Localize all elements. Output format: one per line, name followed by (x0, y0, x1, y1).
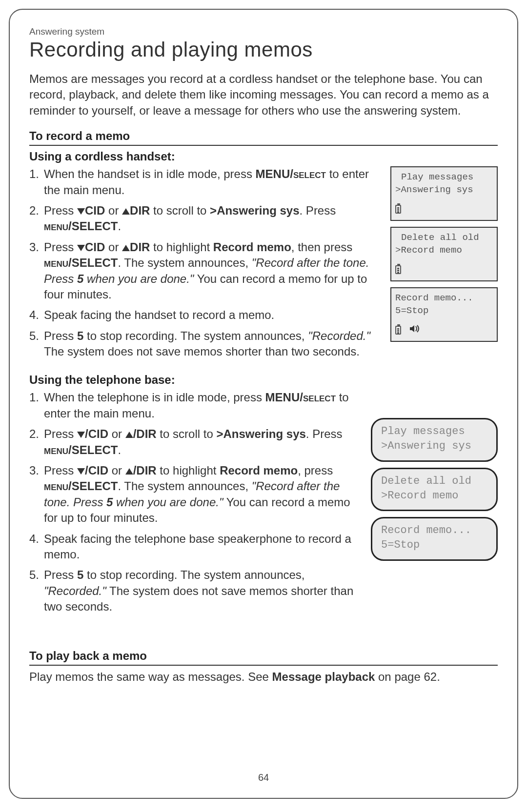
menu-smallcaps: menu (44, 256, 68, 269)
text: to scroll to (157, 427, 217, 440)
base-heading: Using the telephone base: (29, 373, 498, 387)
text: or (108, 464, 125, 477)
message-playback-ref: Message playback (272, 670, 375, 683)
handset-step-2: Press CID or DIR to scroll to >Answering… (29, 203, 382, 235)
select-smallcaps: select (303, 391, 336, 404)
text: on page 62. (375, 670, 440, 683)
handset-step-1: When the handset is in idle mode, press … (29, 166, 382, 198)
menu-label: MENU/ (265, 391, 303, 404)
playback-section: To play back a memo Play memos the same … (29, 649, 498, 685)
base-steps: When the telephone is in idle mode, pres… (29, 390, 362, 614)
text: Press (44, 464, 77, 477)
text: Press (44, 204, 77, 217)
record-memo-label: Record memo (220, 464, 298, 477)
five-label: 5 (77, 568, 83, 581)
lcd-icons (395, 324, 493, 336)
triangle-up-icon (125, 468, 133, 475)
text: . The system announces, (118, 479, 251, 493)
triangle-down-icon (77, 468, 85, 475)
cid-label: CID (85, 240, 105, 254)
lcd-line: >Record memo (381, 489, 487, 503)
answering-sys-label: >Answering sys (210, 204, 299, 217)
lcd-line: 5=Stop (381, 538, 487, 553)
lcd-line: >Record memo (395, 244, 493, 257)
dir-label: /DIR (133, 427, 157, 440)
speaker-icon (409, 324, 420, 336)
battery-icon (395, 326, 401, 335)
lcd-line: Play messages (381, 424, 487, 439)
cid-label: /CID (85, 464, 108, 477)
playback-text: Play memos the same way as messages. See… (29, 669, 498, 685)
handset-columns: When the handset is in idle mode, press … (29, 166, 498, 364)
triangle-down-icon (77, 432, 85, 438)
handset-lcd-3: Record memo... 5=Stop (390, 287, 498, 342)
lcd-line: >Answering sys (395, 184, 493, 197)
triangle-up-icon (122, 245, 130, 251)
menu-smallcaps: menu (44, 443, 68, 456)
select-smallcaps: select (293, 167, 326, 180)
handset-lcd-2: Delete all old >Record memo (390, 227, 498, 281)
page-title: Recording and playing memos (29, 38, 498, 61)
page-number: 64 (10, 772, 517, 783)
select-label: /SELECT (68, 256, 118, 269)
text: . (118, 219, 121, 233)
text: or (105, 204, 122, 217)
cid-label: CID (85, 204, 105, 217)
text: Press (44, 329, 77, 342)
text: . Press (300, 204, 336, 217)
text: to scroll to (150, 204, 210, 217)
select-label: /SELECT (68, 219, 118, 233)
text: Press (44, 568, 77, 581)
base-lcd-1: Play messages >Answering sys (371, 418, 498, 461)
base-lcd-3: Record memo... 5=Stop (371, 517, 498, 560)
text: . Press (306, 427, 343, 440)
text: , press (298, 464, 333, 477)
lcd-icons (395, 263, 493, 275)
section-label: Answering system (29, 26, 498, 37)
base-step-4: Speak facing the telephone base speakerp… (29, 531, 362, 563)
dir-label: DIR (130, 204, 150, 217)
select-label: /SELECT (68, 443, 118, 456)
base-step-5: Press 5 to stop recording. The system an… (29, 567, 362, 614)
five-label: 5 (106, 495, 113, 509)
lcd-line: Delete all old (381, 474, 487, 489)
base-lcd-col: Play messages >Answering sys Delete all … (371, 390, 498, 619)
record-memo-label: Record memo (213, 240, 291, 254)
menu-smallcaps: menu (44, 219, 68, 233)
text: or (105, 240, 122, 254)
intro-paragraph: Memos are messages you record at a cordl… (29, 71, 498, 119)
battery-icon (395, 265, 401, 274)
triangle-up-icon (122, 208, 130, 215)
base-columns: When the telephone is in idle mode, pres… (29, 390, 498, 619)
lcd-line: Record memo... (381, 523, 487, 538)
handset-step-5: Press 5 to stop recording. The system an… (29, 328, 382, 360)
playback-heading: To play back a memo (29, 649, 498, 666)
base-lcd-2: Delete all old >Record memo (371, 468, 498, 511)
lcd-line: Play messages (395, 171, 493, 184)
select-label: /SELECT (68, 479, 118, 493)
lcd-line: 5=Stop (395, 305, 493, 317)
menu-smallcaps: menu (44, 479, 68, 493)
triangle-down-icon (77, 208, 85, 215)
answering-sys-label: >Answering sys (216, 427, 305, 440)
five-label: 5 (77, 329, 83, 342)
text: to highlight (157, 464, 220, 477)
triangle-up-icon (125, 432, 133, 438)
battery-icon (395, 205, 401, 214)
lcd-line: Record memo... (395, 292, 493, 305)
handset-step-4: Speak facing the handset to record a mem… (29, 307, 382, 323)
handset-lcd-1: Play messages >Answering sys (390, 166, 498, 221)
announce-text: "Recorded." (308, 329, 370, 342)
cid-label: /CID (85, 427, 108, 440)
text: Press (44, 240, 77, 254)
base-steps-col: When the telephone is in idle mode, pres… (29, 390, 362, 619)
text: Press (44, 427, 77, 440)
text: . The system announces, (118, 256, 251, 269)
announce-text: when you are done." (113, 495, 223, 509)
triangle-down-icon (77, 245, 85, 251)
handset-steps-col: When the handset is in idle mode, press … (29, 166, 382, 364)
lcd-line: >Answering sys (381, 439, 487, 454)
text: When the handset is in idle mode, press (44, 167, 256, 180)
record-memo-heading: To record a memo (29, 129, 498, 146)
text: When the telephone is in idle mode, pres… (44, 391, 265, 404)
